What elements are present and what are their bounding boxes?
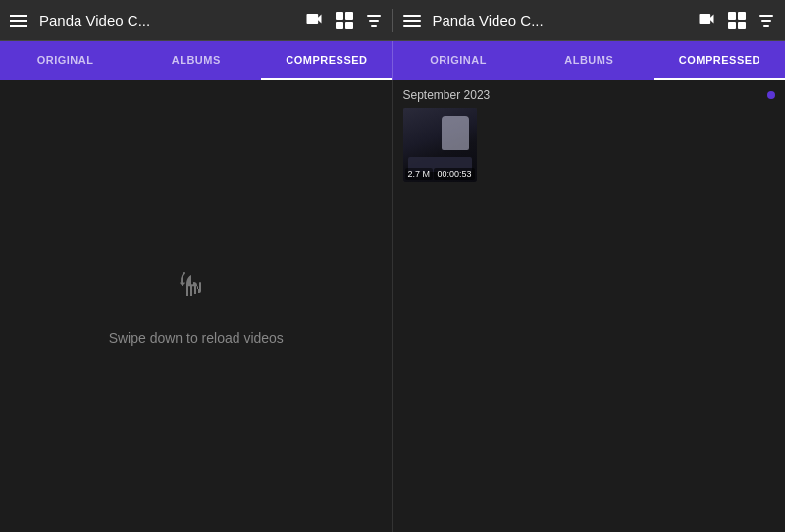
left-grid-icon[interactable] [336, 12, 353, 29]
month-header: September 2023 [403, 88, 776, 102]
left-tab-panel: ORIGINAL ALBUMS COMPRESSED [0, 41, 393, 80]
right-nav-panel: Panda Video C... [393, 9, 786, 32]
hamburger-menu-icon[interactable] [10, 15, 27, 27]
content-area: Swipe down to reload videos September 20… [0, 80, 785, 532]
right-sort-icon[interactable] [758, 15, 775, 27]
left-tab-compressed[interactable]: COMPRESSED [261, 41, 392, 80]
right-grid-icon[interactable] [728, 12, 746, 29]
video-size: 2.7 M [405, 168, 434, 180]
right-tab-panel: ORIGINAL ALBUMS COMPRESSED [393, 41, 786, 80]
right-tab-albums[interactable]: ALBUMS [524, 41, 654, 80]
tab-bar: ORIGINAL ALBUMS COMPRESSED ORIGINAL ALBU… [0, 41, 785, 80]
video-thumbnail[interactable]: 2.7 M 00:00:53 [403, 108, 477, 182]
top-nav: Panda Video C... Panda Video C [0, 0, 785, 41]
swipe-hint-text: Swipe down to reload videos [109, 330, 284, 346]
left-nav-title: Panda Video C... [39, 12, 292, 28]
month-label: September 2023 [403, 88, 491, 102]
left-nav-panel: Panda Video C... [0, 9, 393, 32]
dot-indicator [767, 91, 775, 99]
swipe-down-icon [177, 267, 216, 318]
video-meta-overlay: 2.7 M 00:00:53 [405, 168, 475, 180]
right-list-icon[interactable] [403, 15, 421, 27]
left-empty-state: Swipe down to reload videos [0, 80, 392, 532]
right-camera-icon[interactable] [697, 9, 716, 32]
left-camera-icon[interactable] [304, 9, 324, 32]
left-tab-albums[interactable]: ALBUMS [131, 41, 261, 80]
left-tab-original[interactable]: ORIGINAL [0, 41, 131, 80]
left-content-panel: Swipe down to reload videos [0, 80, 393, 532]
month-section: September 2023 2.7 M [393, 80, 786, 186]
left-sort-icon[interactable] [365, 15, 383, 27]
app-container: Panda Video C... Panda Video C [0, 0, 785, 532]
right-tab-compressed[interactable]: COMPRESSED [654, 41, 785, 80]
right-content-panel: September 2023 2.7 M [393, 80, 786, 532]
video-duration: 00:00:53 [434, 168, 474, 180]
right-nav-title: Panda Video C... [433, 12, 686, 28]
video-grid: 2.7 M 00:00:53 [403, 108, 776, 182]
right-tab-original[interactable]: ORIGINAL [393, 41, 524, 80]
